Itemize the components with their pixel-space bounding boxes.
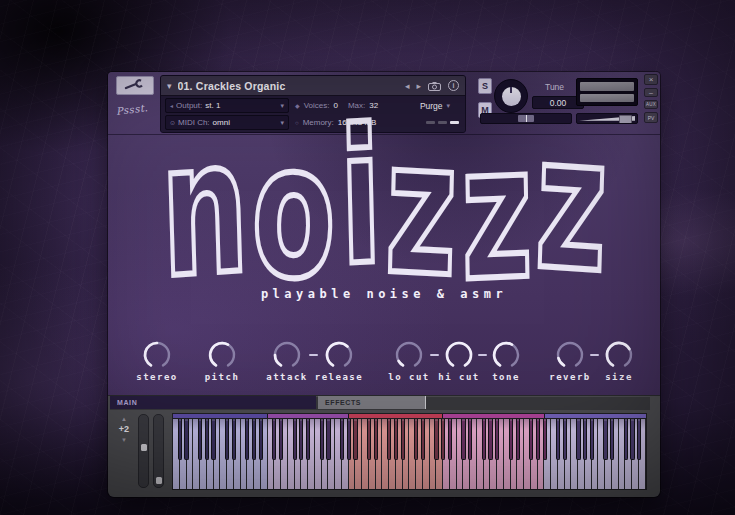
kontakt-instrument-window: ▾ 01. Crackles Organic ◂ ▸ i xyxy=(108,72,660,497)
black-key[interactable] xyxy=(252,419,256,460)
black-key[interactable] xyxy=(259,419,263,460)
black-key[interactable] xyxy=(610,419,614,460)
knob-row: stereopitchattackreleaselo cuthi cuttone… xyxy=(108,72,660,395)
black-key[interactable] xyxy=(624,419,628,460)
black-key[interactable] xyxy=(320,419,324,460)
black-key[interactable] xyxy=(205,419,209,460)
black-key[interactable] xyxy=(637,419,641,460)
key-range-marker xyxy=(545,414,646,418)
black-key[interactable] xyxy=(536,419,540,460)
black-key[interactable] xyxy=(421,419,425,460)
knob-label: release xyxy=(307,372,371,382)
knob-link-dash xyxy=(309,354,318,356)
black-key[interactable] xyxy=(401,419,405,460)
black-key[interactable] xyxy=(461,419,465,460)
black-key[interactable] xyxy=(387,419,391,460)
knob-link-dash xyxy=(430,354,439,356)
black-key[interactable] xyxy=(279,419,283,460)
key-range-marker xyxy=(443,414,544,418)
knob-label: stereo xyxy=(125,372,189,382)
knob-label: tone xyxy=(474,372,538,382)
black-key[interactable] xyxy=(198,419,202,460)
octave-shift-control: ▲ +2 ▼ xyxy=(114,416,134,443)
knob-pitch[interactable] xyxy=(205,338,239,372)
black-key[interactable] xyxy=(367,419,371,460)
scrollbar-handle[interactable] xyxy=(141,444,147,451)
knob-link-dash xyxy=(478,354,487,356)
knob-hi-cut[interactable] xyxy=(442,338,476,372)
black-key[interactable] xyxy=(293,419,297,460)
black-key[interactable] xyxy=(347,419,351,460)
black-key[interactable] xyxy=(299,419,303,460)
black-key[interactable] xyxy=(468,419,472,460)
knob-attack[interactable] xyxy=(270,338,304,372)
black-key[interactable] xyxy=(306,419,310,460)
knob-size[interactable] xyxy=(602,338,636,372)
knob-stereo[interactable] xyxy=(140,338,174,372)
key-range-marker xyxy=(173,414,268,418)
knob-label: size xyxy=(587,372,651,382)
black-key[interactable] xyxy=(603,419,607,460)
tab-effects[interactable]: EFFECTS xyxy=(318,396,426,409)
black-key[interactable] xyxy=(630,419,634,460)
knob-reverb[interactable] xyxy=(553,338,587,372)
black-key[interactable] xyxy=(272,419,276,460)
octave-up-icon[interactable]: ▲ xyxy=(121,416,127,422)
black-key[interactable] xyxy=(434,419,438,460)
black-key[interactable] xyxy=(488,419,492,460)
black-key[interactable] xyxy=(414,419,418,460)
screenshot-stage: ▾ 01. Crackles Organic ◂ ▸ i xyxy=(0,0,735,515)
black-key[interactable] xyxy=(583,419,587,460)
keyboard-scrollbar-2[interactable] xyxy=(153,414,164,488)
black-key[interactable] xyxy=(374,419,378,460)
knob-link-dash xyxy=(590,354,599,356)
tab-main[interactable]: MAIN xyxy=(110,396,316,409)
piano-keys xyxy=(173,419,646,489)
black-key[interactable] xyxy=(245,419,249,460)
black-key[interactable] xyxy=(448,419,452,460)
black-key[interactable] xyxy=(232,419,236,460)
knob-label: pitch xyxy=(190,372,254,382)
octave-shift-value: +2 xyxy=(119,425,129,434)
key-range-marker xyxy=(349,414,444,418)
black-key[interactable] xyxy=(576,419,580,460)
black-key[interactable] xyxy=(482,419,486,460)
black-key[interactable] xyxy=(225,419,229,460)
knob-tone[interactable] xyxy=(489,338,523,372)
black-key[interactable] xyxy=(563,419,567,460)
black-key[interactable] xyxy=(178,419,182,460)
knob-release[interactable] xyxy=(322,338,356,372)
scrollbar-handle[interactable] xyxy=(156,477,162,484)
black-key[interactable] xyxy=(184,419,188,460)
black-key[interactable] xyxy=(495,419,499,460)
black-key[interactable] xyxy=(590,419,594,460)
black-key[interactable] xyxy=(543,419,547,460)
keyboard-scrollbar-1[interactable] xyxy=(138,414,149,488)
knob-lo-cut[interactable] xyxy=(392,338,426,372)
black-key[interactable] xyxy=(441,419,445,460)
black-key[interactable] xyxy=(556,419,560,460)
black-key[interactable] xyxy=(394,419,398,460)
key-range-marker xyxy=(268,414,349,418)
black-key[interactable] xyxy=(529,419,533,460)
black-key[interactable] xyxy=(353,419,357,460)
black-key[interactable] xyxy=(516,419,520,460)
black-key[interactable] xyxy=(509,419,513,460)
keyboard xyxy=(172,413,647,490)
keyboard-panel: MAIN EFFECTS ▲ +2 ▼ xyxy=(108,395,660,497)
black-key[interactable] xyxy=(326,419,330,460)
black-key[interactable] xyxy=(211,419,215,460)
black-key[interactable] xyxy=(340,419,344,460)
octave-down-icon[interactable]: ▼ xyxy=(121,437,127,443)
